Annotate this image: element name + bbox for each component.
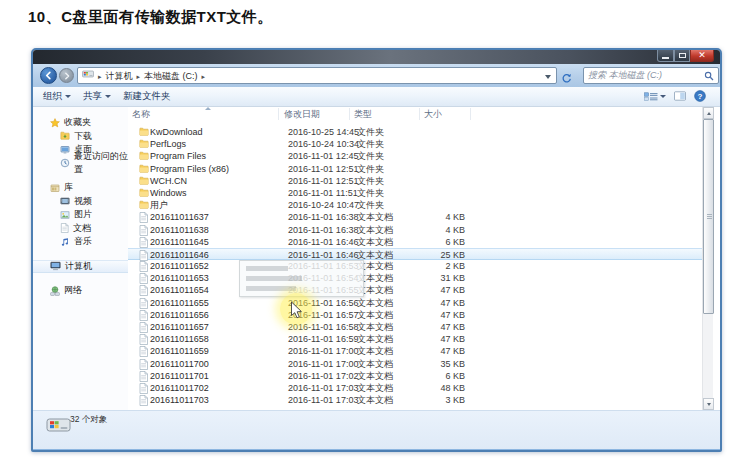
file-row[interactable]: 2016110117022016-11-01 17:03文本文档48 KB: [128, 382, 702, 394]
new-folder-button[interactable]: 新建文件夹: [117, 87, 177, 106]
sidebar-item[interactable]: 图片: [33, 208, 128, 222]
navigation-pane: 收藏夹下载桌面最近访问的位置库视频图片文档音乐计算机网络: [33, 107, 128, 410]
folder-row[interactable]: Program Files (x86)2016-11-01 12:51文件夹: [128, 163, 702, 175]
refresh-icon: [561, 73, 572, 84]
file-size: 48 KB: [398, 382, 465, 394]
vertical-scrollbar[interactable]: [702, 107, 713, 410]
file-size: 47 KB: [398, 297, 465, 309]
sidebar-group: 网络: [33, 284, 128, 298]
libraries-icon: [50, 183, 60, 193]
column-header-date[interactable]: 修改日期: [284, 108, 320, 121]
file-name: 201611011703: [150, 394, 209, 406]
doc-icon: [139, 346, 148, 357]
file-row[interactable]: 2016110116462016-11-01 16:46文本文档25 KB: [128, 248, 702, 260]
file-date: 2016-11-01 17:00: [288, 358, 358, 370]
doc-icon: [139, 334, 148, 345]
file-size: 31 KB: [398, 272, 465, 284]
forward-button[interactable]: [59, 68, 74, 83]
preview-pane-button[interactable]: [674, 91, 686, 103]
file-size: 47 KB: [398, 345, 465, 357]
file-row[interactable]: 2016110116582016-11-01 16:59文本文档47 KB: [128, 333, 702, 345]
views-button[interactable]: [644, 87, 666, 106]
file-type: 文本文档: [357, 309, 393, 321]
share-menu[interactable]: 共享: [77, 87, 117, 106]
folder-row[interactable]: Program Files2016-11-01 12:45文件夹: [128, 150, 702, 162]
column-header-size[interactable]: 大小: [424, 108, 442, 121]
breadcrumb-item[interactable]: 本地磁盘 (C:): [144, 71, 198, 81]
folder-icon: [139, 151, 149, 161]
folder-row[interactable]: Windows2016-11-01 11:51文件夹: [128, 187, 702, 199]
file-row[interactable]: 2016110117002016-11-01 17:00文本文档35 KB: [128, 358, 702, 370]
refresh-button[interactable]: [561, 70, 572, 88]
scroll-down-button[interactable]: [703, 398, 714, 410]
column-divider[interactable]: [349, 108, 350, 120]
search-placeholder: 搜索 本地磁盘 (C:): [588, 69, 704, 82]
file-date: 2016-11-01 12:45: [288, 150, 358, 162]
window-titlebar[interactable]: ✕: [33, 50, 720, 64]
scrollbar-thumb[interactable]: [703, 119, 714, 314]
file-row[interactable]: 2016110116372016-11-01 16:38文本文档4 KB: [128, 211, 702, 223]
back-button[interactable]: [40, 67, 57, 84]
file-row[interactable]: 2016110116522016-11-01 16:53文本文档2 KB: [128, 260, 702, 272]
column-header-name[interactable]: 名称: [132, 108, 150, 121]
doc-icon: [139, 237, 148, 248]
folder-row[interactable]: PerfLogs2016-10-24 10:34文件夹: [128, 138, 702, 150]
file-type: 文件夹: [357, 138, 384, 150]
file-row[interactable]: 2016110116572016-11-01 16:58文本文档47 KB: [128, 321, 702, 333]
pictures-icon: [60, 210, 70, 220]
file-type: 文件夹: [357, 187, 384, 199]
sidebar-item[interactable]: 文档: [33, 222, 128, 236]
breadcrumb-arrow-icon: ▸: [202, 73, 206, 80]
column-header-type[interactable]: 类型: [354, 108, 372, 121]
file-row[interactable]: 2016110117012016-11-01 17:02文本文档6 KB: [128, 370, 702, 382]
organize-menu[interactable]: 组织: [37, 87, 77, 106]
sidebar-item[interactable]: 收藏夹: [33, 116, 128, 130]
sidebar-item[interactable]: 音乐: [33, 235, 128, 249]
breadcrumb-item[interactable]: 计算机: [106, 71, 133, 81]
sidebar-item[interactable]: 库: [33, 181, 128, 195]
close-button[interactable]: ✕: [690, 50, 714, 62]
file-row[interactable]: 2016110116552016-11-01 16:56文本文档47 KB: [128, 297, 702, 309]
sidebar-item[interactable]: 计算机: [33, 260, 128, 274]
sidebar-item[interactable]: 网络: [33, 284, 128, 298]
folder-row[interactable]: KwDownload2016-10-25 14:45文件夹: [128, 126, 702, 138]
doc-icon: [139, 285, 148, 296]
file-type: 文件夹: [357, 150, 384, 162]
file-name: 201611011702: [150, 382, 209, 394]
scroll-up-button[interactable]: [703, 107, 714, 119]
file-type: 文本文档: [357, 394, 393, 406]
folder-icon: [139, 127, 149, 137]
sidebar-item[interactable]: 下载: [33, 130, 128, 144]
column-divider[interactable]: [278, 108, 279, 120]
address-dropdown-icon[interactable]: [545, 75, 551, 79]
file-row[interactable]: 2016110116542016-11-01 16:55文本文档47 KB: [128, 284, 702, 296]
search-icon[interactable]: [704, 71, 714, 81]
address-bar[interactable]: ▸计算机▸本地磁盘 (C:)▸: [77, 67, 557, 84]
scrollbar-grip-icon: [707, 214, 712, 220]
folder-row[interactable]: WCH.CN2016-11-01 12:51文件夹: [128, 175, 702, 187]
sidebar-item[interactable]: 最近访问的位置: [33, 157, 128, 171]
minimize-button[interactable]: [657, 50, 674, 62]
file-size: 4 KB: [398, 224, 465, 236]
sidebar-item[interactable]: 视频: [33, 195, 128, 209]
file-row[interactable]: 2016110116382016-11-01 16:38文本文档4 KB: [128, 224, 702, 236]
file-size: 47 KB: [398, 321, 465, 333]
help-button[interactable]: ?: [694, 90, 706, 104]
file-name: 201611011657: [150, 321, 209, 333]
search-input[interactable]: 搜索 本地磁盘 (C:): [583, 67, 719, 84]
file-row[interactable]: 2016110117032016-11-01 17:03文本文档3 KB: [128, 394, 702, 406]
file-row[interactable]: 2016110116532016-11-01 16:54文本文档31 KB: [128, 272, 702, 284]
file-date: 2016-11-01 16:38: [288, 211, 358, 223]
maximize-button[interactable]: [674, 50, 690, 62]
file-date: 2016-11-01 17:03: [288, 382, 358, 394]
file-date: 2016-11-01 17:02: [288, 370, 358, 382]
file-date: 2016-10-24 10:47: [288, 199, 359, 211]
file-row[interactable]: 2016110116592016-11-01 17:00文本文档47 KB: [128, 345, 702, 357]
column-divider[interactable]: [419, 108, 420, 120]
file-row[interactable]: 2016110116452016-11-01 16:46文本文档6 KB: [128, 236, 702, 248]
file-name: 201611011638: [150, 224, 209, 236]
folder-row[interactable]: 用户2016-10-24 10:47文件夹: [128, 199, 702, 211]
file-row[interactable]: 2016110116562016-11-01 16:57文本文档47 KB: [128, 309, 702, 321]
column-divider[interactable]: [470, 108, 471, 120]
help-icon: ?: [694, 90, 706, 102]
